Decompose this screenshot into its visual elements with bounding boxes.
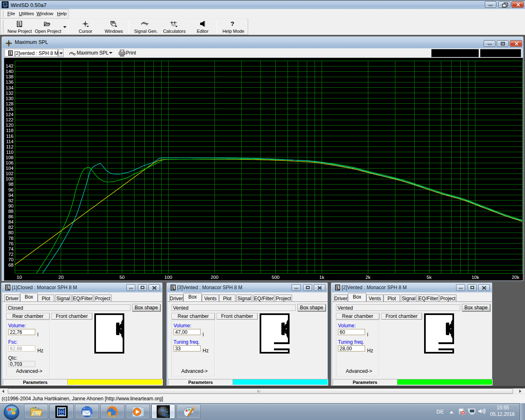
svg-text:108: 108 [6,155,14,160]
svg-text:118: 118 [6,128,14,133]
svg-text:142: 142 [6,64,14,68]
svg-text:134: 134 [6,85,14,90]
svg-text:50: 50 [119,275,125,280]
svg-text:120: 120 [6,123,14,128]
svg-text:20k: 20k [512,275,520,280]
svg-text:500: 500 [272,275,279,280]
svg-text:76: 76 [8,241,14,246]
svg-text:74: 74 [8,247,14,251]
svg-text:126: 126 [6,107,14,112]
svg-text:96: 96 [8,187,14,192]
svg-text:100: 100 [164,275,172,280]
svg-text:72: 72 [8,252,14,257]
svg-text:116: 116 [6,134,14,139]
svg-text:122: 122 [6,117,14,122]
svg-text:104: 104 [6,166,14,171]
svg-text:5k: 5k [427,275,431,280]
svg-text:82: 82 [8,225,14,230]
svg-text:88: 88 [8,209,14,214]
svg-text:200: 200 [210,275,218,280]
svg-text:10k: 10k [472,275,479,280]
svg-text:10: 10 [17,275,22,280]
svg-text:92: 92 [8,198,14,203]
svg-text:130: 130 [6,96,14,101]
svg-text:98: 98 [8,182,14,187]
svg-text:112: 112 [6,144,14,149]
svg-text:110: 110 [6,150,14,155]
svg-text:20: 20 [58,275,64,280]
svg-text:124: 124 [6,112,14,117]
svg-text:138: 138 [6,74,14,79]
svg-text:140: 140 [6,69,14,74]
svg-text:2k: 2k [365,275,370,280]
svg-text:78: 78 [8,236,14,241]
svg-text:128: 128 [6,101,14,106]
svg-text:114: 114 [6,139,14,144]
svg-text:80: 80 [8,230,14,235]
svg-text:90: 90 [8,203,14,208]
svg-text:84: 84 [8,219,14,224]
svg-text:100: 100 [6,176,14,181]
svg-text:136: 136 [6,80,14,84]
svg-text:68: 68 [8,262,14,267]
svg-text:94: 94 [8,193,14,198]
svg-text:70: 70 [8,257,14,262]
svg-text:1k: 1k [320,275,324,280]
svg-text:86: 86 [8,214,14,219]
svg-text:132: 132 [6,91,14,96]
svg-text:102: 102 [6,171,14,176]
svg-text:106: 106 [6,160,14,165]
